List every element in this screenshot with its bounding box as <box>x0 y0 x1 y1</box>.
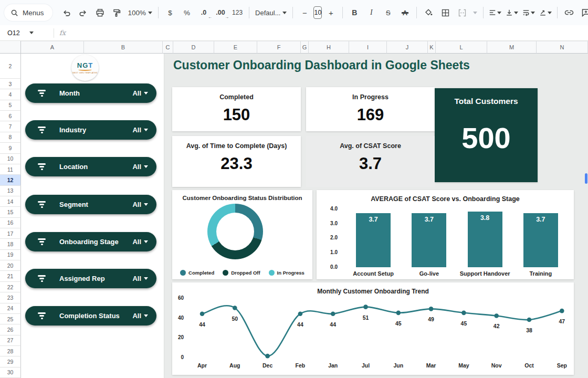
row-header-30[interactable]: 30 <box>0 368 21 378</box>
bold-button[interactable]: B <box>346 5 362 20</box>
column-header-C[interactable]: C <box>163 41 173 54</box>
text-color-button[interactable]: A <box>397 5 413 20</box>
row-header-15[interactable]: 15 <box>0 207 21 217</box>
paint-format-button[interactable] <box>109 5 125 20</box>
row-header-23[interactable]: 23 <box>0 292 21 303</box>
font-size-input[interactable]: 10 <box>313 6 322 19</box>
increase-font-size-button[interactable]: + <box>323 5 339 20</box>
horizontal-align-button[interactable] <box>487 5 503 20</box>
filter-month[interactable]: MonthAll <box>25 83 156 103</box>
filter-value-dropdown[interactable]: All <box>132 238 148 246</box>
zoom-control[interactable]: 100% <box>126 9 155 17</box>
print-button[interactable] <box>92 5 108 20</box>
row-header-19[interactable]: 19 <box>0 250 21 260</box>
logo-swoosh <box>78 68 92 71</box>
column-header-A[interactable]: A <box>21 41 84 54</box>
column-header-J[interactable]: J <box>387 41 428 54</box>
status-distribution-chart[interactable]: Customer Onboarding Status Distribution … <box>172 190 312 279</box>
filter-completion-status[interactable]: Completion StatusAll <box>25 306 156 326</box>
vertical-scrollbar-thumb[interactable] <box>585 173 587 184</box>
chevron-down-icon[interactable] <box>473 12 477 14</box>
filter-value-dropdown[interactable]: All <box>132 89 148 97</box>
filter-location[interactable]: LocationAll <box>25 157 156 176</box>
row-header-6[interactable]: 6 <box>0 111 21 121</box>
select-all-corner[interactable] <box>0 41 21 54</box>
row-header-4[interactable]: 4 <box>0 89 21 100</box>
column-header-F[interactable]: F <box>257 41 301 54</box>
row-header-16[interactable]: 16 <box>0 218 21 228</box>
csat-by-stage-chart[interactable]: AVERAGE of CSAT Score vs. Onboarding Sta… <box>317 190 574 279</box>
row-header-3[interactable]: 3 <box>0 79 21 89</box>
column-header-M[interactable]: M <box>487 41 537 54</box>
increase-decimal-button[interactable]: .00→ <box>213 5 228 20</box>
y-axis-tick: 1.0 <box>322 249 338 255</box>
row-header-21[interactable]: 21 <box>0 271 21 281</box>
row-header-26[interactable]: 26 <box>0 324 21 335</box>
filter-value-dropdown[interactable]: All <box>132 126 148 134</box>
row-header-28[interactable]: 28 <box>0 346 21 356</box>
column-header-N[interactable]: N <box>537 41 588 54</box>
row-header-22[interactable]: 22 <box>0 282 21 292</box>
row-header-12[interactable]: 12 <box>0 175 21 185</box>
filter-value-dropdown[interactable]: All <box>132 312 148 320</box>
row-header-5[interactable]: 5 <box>0 100 21 111</box>
monthly-trend-chart[interactable]: Monthly Customer Onboarding Trend 020406… <box>172 282 574 375</box>
text-rotation-button[interactable] <box>538 5 553 20</box>
row-header-10[interactable]: 10 <box>0 154 21 164</box>
font-family-control[interactable]: Defaul... <box>253 9 289 17</box>
legend-item-completed: Completed <box>180 270 214 276</box>
filter-onboarding-stage[interactable]: Onboarding StageAll <box>25 232 156 251</box>
strikethrough-button[interactable]: S <box>380 5 396 20</box>
undo-button[interactable] <box>59 5 75 20</box>
decrease-decimal-button[interactable]: .0← <box>196 5 212 20</box>
column-header-I[interactable]: I <box>349 41 387 54</box>
row-header-11[interactable]: 11 <box>0 164 21 175</box>
font-name: Defaul... <box>255 9 280 17</box>
vertical-align-button[interactable] <box>504 5 520 20</box>
row-header-17[interactable]: 17 <box>0 228 21 239</box>
insert-comment-button[interactable] <box>578 5 588 20</box>
row-header-29[interactable]: 29 <box>0 356 21 367</box>
filter-assigned-rep[interactable]: Assigned RepAll <box>25 269 156 288</box>
decrease-font-size-button[interactable]: − <box>297 5 312 20</box>
more-formats-button[interactable]: 123 <box>229 5 245 20</box>
row-header-13[interactable]: 13 <box>0 186 21 196</box>
column-header-H[interactable]: H <box>309 41 349 54</box>
filter-value-dropdown[interactable]: All <box>132 163 148 171</box>
row-header-25[interactable]: 25 <box>0 314 21 324</box>
column-header-E[interactable]: E <box>214 41 257 54</box>
fill-color-button[interactable] <box>421 5 436 20</box>
column-header-B[interactable]: B <box>84 41 163 54</box>
row-header-2[interactable]: 2 <box>0 54 21 79</box>
column-header-D[interactable]: D <box>173 41 214 54</box>
row-header-9[interactable]: 9 <box>0 143 21 153</box>
filter-industry[interactable]: IndustryAll <box>25 120 156 140</box>
row-header-7[interactable]: 7 <box>0 121 21 132</box>
kpi-value: 23.3 <box>172 154 301 173</box>
fx-icon[interactable]: fx <box>59 29 66 37</box>
row-header-14[interactable]: 14 <box>0 196 21 207</box>
format-percent-button[interactable]: % <box>179 5 195 20</box>
row-header-27[interactable]: 27 <box>0 335 21 346</box>
column-header-G[interactable]: G <box>301 41 309 54</box>
filter-segment[interactable]: SegmentAll <box>25 195 156 214</box>
filter-value-dropdown[interactable]: All <box>132 201 148 208</box>
format-currency-button[interactable]: $ <box>162 5 178 20</box>
row-header-18[interactable]: 18 <box>0 239 21 249</box>
kpi-card-avg-of-time-to-complete-days-: Avg. of Time to Complete (Days)23.3 <box>172 136 301 187</box>
column-header-L[interactable]: L <box>436 41 487 54</box>
insert-link-button[interactable] <box>561 5 577 20</box>
filter-value-dropdown[interactable]: All <box>132 275 148 282</box>
merge-cells-button[interactable] <box>454 5 470 20</box>
row-header-24[interactable]: 24 <box>0 303 21 314</box>
name-box[interactable]: O12 <box>0 29 48 37</box>
row-header-20[interactable]: 20 <box>0 260 21 271</box>
menus-search-button[interactable]: Menus <box>4 4 52 21</box>
filter-icon <box>38 90 46 97</box>
italic-button[interactable]: I <box>363 5 379 20</box>
column-header-K[interactable]: K <box>428 41 436 54</box>
row-header-8[interactable]: 8 <box>0 132 21 143</box>
borders-button[interactable] <box>437 5 453 20</box>
redo-button[interactable] <box>76 5 91 20</box>
text-wrap-button[interactable] <box>521 5 537 20</box>
